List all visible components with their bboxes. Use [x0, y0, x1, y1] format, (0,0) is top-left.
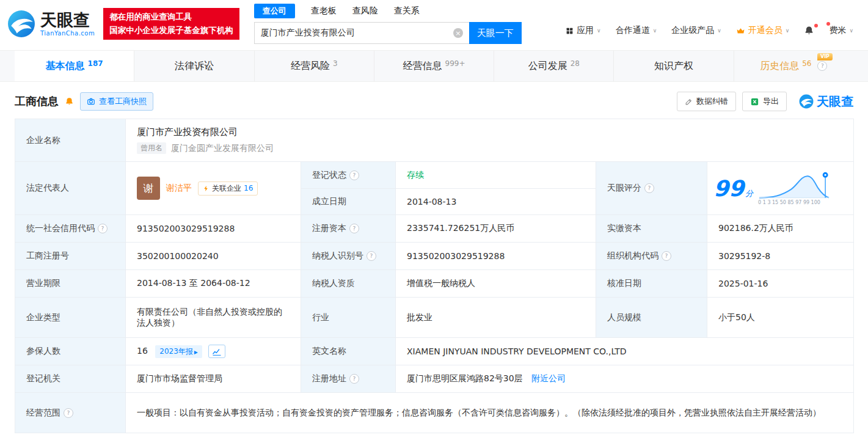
alert-bell-icon[interactable] [65, 97, 74, 106]
label-text: 工商注册号 [26, 251, 69, 262]
search-tab-company[interactable]: 查公司 [254, 4, 295, 18]
value-text: 2335741.726251万人民币 [407, 223, 514, 233]
status-badge: 存续 [407, 170, 424, 180]
tab-basic-info[interactable]: 基本信息 187 [15, 51, 134, 81]
search-tab-risk[interactable]: 查风险 [352, 5, 378, 16]
help-icon[interactable]: ? [349, 374, 359, 384]
label-text: 纳税人识别号 [312, 251, 363, 262]
nav-user-account[interactable]: 费米 ∨ [829, 25, 853, 36]
former-name-row: 曾用名 厦门金圆产业发展有限公司 [137, 142, 842, 154]
help-icon[interactable]: ? [817, 61, 827, 71]
field-label: 参保人数 [15, 338, 126, 365]
related-count: 16 [244, 184, 253, 192]
score-axis-labels: 0 1 3 15 50 85 97 99 100 [758, 200, 830, 205]
search-button[interactable]: 天眼一下 [469, 22, 522, 44]
camera-icon [87, 97, 95, 106]
nav-cooperation-label: 合作通道 [616, 25, 650, 36]
annual-report-label: 2023年报 [159, 346, 193, 357]
export-button-label: 导出 [763, 96, 779, 107]
top-header: 天眼查 TianYanCha.com 都在用的商业查询工具 国家中小企业发展子基… [0, 0, 868, 45]
tab-operating-info[interactable]: 经营信息 999+ [374, 51, 494, 81]
nav-enterprise-products[interactable]: 企业级产品 ∨ [671, 25, 721, 36]
clear-search-icon[interactable]: × [453, 28, 463, 38]
tab-company-development[interactable]: 公司发展 28 [494, 51, 613, 81]
help-icon[interactable]: ? [64, 408, 73, 418]
field-label: 注册资本? [301, 215, 396, 243]
apps-grid-icon [566, 27, 574, 35]
legal-rep-link[interactable]: 谢洁平 [166, 183, 192, 194]
tab-legal[interactable]: 法律诉讼 [134, 51, 253, 81]
logo-text: 天眼查 TianYanCha.com [40, 12, 95, 37]
field-label: 天眼评分? [596, 162, 707, 215]
value-text: 350200100020240 [137, 251, 219, 261]
field-label: 纳税人识别号? [301, 243, 396, 270]
promo-banner: 都在用的商业查询工具 国家中小企业发展子基金旗下机构 [103, 8, 239, 39]
business-info-table: 企业名称 厦门市产业投资有限公司 曾用名 厦门金圆产业发展有限公司 法定代表人 … [15, 119, 854, 433]
field-value: 30295192-8 [707, 243, 854, 270]
search-tab-boss[interactable]: 查老板 [311, 5, 337, 16]
nearby-companies-link[interactable]: 附近公司 [531, 373, 566, 383]
search-tab-relation[interactable]: 查关系 [394, 5, 420, 16]
tab-count: 56 [802, 59, 811, 68]
bell-icon [804, 26, 814, 36]
tab-operating-risk[interactable]: 经营风险 3 [254, 51, 374, 81]
label-text: 人员规模 [607, 312, 641, 323]
search-input[interactable] [254, 22, 469, 44]
label-text: 实缴资本 [607, 223, 641, 234]
help-icon[interactable]: ? [349, 170, 359, 180]
field-label: 统一社会信用代码? [15, 215, 126, 243]
export-button[interactable]: 导出 [742, 92, 787, 111]
field-label: 企业类型 [15, 298, 126, 338]
nav-open-vip[interactable]: 开通会员 ∨ [736, 25, 790, 36]
nav-cooperation[interactable]: 合作通道 ∨ [616, 25, 657, 36]
field-label: 纳税人资质 [301, 270, 396, 298]
help-icon[interactable]: ? [349, 224, 359, 233]
field-value: 902186.2万人民币 [707, 215, 854, 243]
tab-label: 经营风险 [291, 60, 330, 73]
value-text: 2025-01-16 [718, 279, 768, 288]
label-text: 参保人数 [26, 346, 60, 357]
scope-text: 一般项目：以自有资金从事投资活动；自有资金投资的资产管理服务；信息咨询服务（不含… [137, 408, 821, 417]
field-value: 有限责任公司（非自然人投资或控股的法人独资） [126, 298, 301, 338]
search-tabs: 查公司 查老板 查风险 查关系 [254, 4, 522, 18]
help-icon[interactable]: ? [367, 251, 376, 261]
label-text: 纳税人资质 [312, 278, 355, 289]
view-snapshot-button[interactable]: 查看工商快照 [80, 92, 153, 111]
help-icon[interactable]: ? [98, 224, 108, 233]
table-row: 统一社会信用代码? 913502003029519288 注册资本? 23357… [15, 215, 854, 243]
field-label: 登记状态? [301, 162, 396, 189]
avatar[interactable]: 谢 [137, 177, 160, 200]
tab-history-info[interactable]: VIP 历史信息 56 ? [734, 51, 853, 81]
edit-icon [685, 98, 693, 106]
related-companies-badge[interactable]: 关联企业 16 [198, 181, 258, 196]
company-name-cell: 厦门市产业投资有限公司 曾用名 厦门金圆产业发展有限公司 [126, 119, 854, 162]
label-text: 企业名称 [26, 135, 60, 146]
help-icon[interactable]: ? [644, 183, 654, 193]
crown-icon [736, 26, 745, 35]
field-value: 小于50人 [707, 298, 854, 338]
search-row: × 天眼一下 [254, 22, 522, 44]
tianyancha-watermark: 天眼查 [799, 93, 853, 110]
label-text: 组织机构代码 [607, 251, 658, 262]
tab-count: 3 [333, 59, 338, 68]
promo-line2: 国家中小企业发展子基金旗下机构 [109, 24, 233, 37]
tianyancha-logo[interactable]: 天眼查 TianYanCha.com [7, 10, 95, 38]
value-text: 增值税一般纳税人 [407, 278, 475, 288]
field-label: 实缴资本 [596, 215, 707, 243]
data-correction-button[interactable]: 数据纠错 [677, 92, 736, 111]
annual-report-badge[interactable]: 2023年报 ▸ [155, 345, 202, 358]
table-row: 参保人数 16 2023年报 ▸ 英文名称 XIAMEN JINYUAN IND… [15, 338, 854, 365]
trend-chart-button[interactable] [208, 345, 225, 358]
notification-bell[interactable] [804, 26, 814, 36]
label-text: 统一社会信用代码 [26, 223, 95, 234]
label-text: 成立日期 [312, 196, 346, 207]
arrow-right-icon: ▸ [194, 348, 198, 356]
help-icon[interactable]: ? [662, 251, 671, 261]
tianyan-score-cell[interactable]: 99分 0 1 3 15 50 85 97 99 100 [707, 162, 854, 215]
nav-apps[interactable]: 应用 ∨ [566, 25, 601, 36]
field-label: 成立日期 [301, 189, 396, 215]
excel-icon [750, 97, 759, 106]
value-text: 2014-08-13 [407, 197, 456, 207]
label-text: 核准日期 [607, 278, 641, 289]
tab-intellectual-property[interactable]: 知识产权 [613, 51, 733, 81]
